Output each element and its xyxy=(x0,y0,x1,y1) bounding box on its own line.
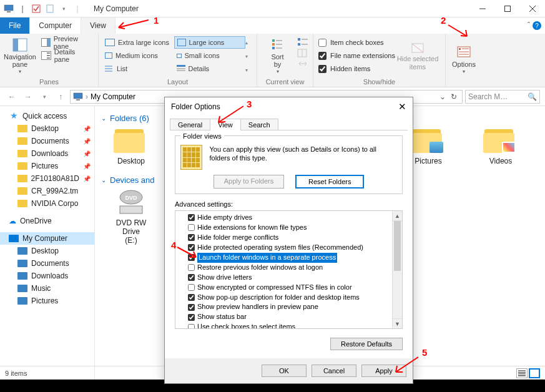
view-mode-icons[interactable] xyxy=(516,368,540,378)
adv-setting-item[interactable]: Hide empty drives xyxy=(175,213,402,223)
adv-setting-item[interactable]: Show preview handlers in preview pane xyxy=(175,302,402,312)
sidebar-item[interactable]: Downloads📌 xyxy=(0,147,94,160)
adv-setting-item[interactable]: Hide extensions for known file types xyxy=(175,223,402,233)
layout-details[interactable]: Details xyxy=(174,62,246,75)
sidebar-item[interactable]: NVIDIA Corpo xyxy=(0,197,94,210)
breadcrumb[interactable]: My Computer xyxy=(91,92,135,101)
add-columns-icon[interactable] xyxy=(297,48,309,58)
dialog-tab-search[interactable]: Search xyxy=(240,119,278,130)
dialog-close-button[interactable]: ✕ xyxy=(398,101,406,112)
layout-medium[interactable]: Medium icons xyxy=(102,49,174,62)
up-button[interactable]: ↑ xyxy=(54,90,67,104)
refresh-button[interactable]: ↻ xyxy=(448,92,459,101)
folder-icon xyxy=(17,137,27,145)
folder-views-desc: You can apply this view (such as Details… xyxy=(210,145,398,163)
layout-small[interactable]: Small icons xyxy=(174,49,246,62)
sidebar-my-computer[interactable]: My Computer xyxy=(0,232,94,245)
forward-button[interactable]: → xyxy=(21,90,35,104)
svg-rect-15 xyxy=(47,57,50,59)
tab-view[interactable]: View xyxy=(81,17,115,34)
details-pane-button[interactable]: Details pane xyxy=(39,49,94,62)
pin-icon: 📌 xyxy=(83,125,91,132)
adv-setting-item[interactable]: Show pop-up description for folder and d… xyxy=(175,293,402,303)
sidebar-item[interactable]: 2F10180A81D📌 xyxy=(0,172,94,185)
hidden-items[interactable]: Hidden items xyxy=(317,62,396,75)
sidebar-item[interactable]: Documents📌 xyxy=(0,135,94,147)
navigation-pane-button[interactable]: Navigation pane ▾ xyxy=(4,36,36,77)
sidebar-item[interactable]: Desktop xyxy=(0,245,94,257)
adv-setting-item[interactable]: Use check boxes to select items xyxy=(175,322,402,329)
sidebar-item[interactable]: Pictures📌 xyxy=(0,160,94,172)
list-icon xyxy=(105,65,114,72)
size-columns-icon[interactable] xyxy=(297,59,309,69)
ok-button[interactable]: OK xyxy=(262,365,307,377)
address-dropdown[interactable]: ⌄ xyxy=(439,92,446,101)
pin-icon: 📌 xyxy=(83,163,91,170)
adv-setting-item[interactable]: Hide folder merge conflicts xyxy=(175,233,402,243)
adv-setting-item[interactable]: Show drive letters xyxy=(175,273,402,283)
sidebar-item[interactable]: Desktop📌 xyxy=(0,122,94,135)
minimize-button[interactable] xyxy=(470,0,495,17)
sidebar-item[interactable]: Pictures xyxy=(0,295,94,307)
sort-by-button[interactable]: Sort by▾ xyxy=(262,36,294,77)
restore-defaults-button[interactable]: Restore Defaults xyxy=(330,338,403,350)
adv-setting-item[interactable]: Launch folder windows in a separate proc… xyxy=(175,253,402,263)
device-dvd[interactable]: DVD DVD RW Drive (E:) xyxy=(107,190,155,245)
options-button[interactable]: Options▾ xyxy=(449,36,478,84)
sidebar-item[interactable]: CR_999A2.tm xyxy=(0,185,94,197)
dialog-tab-view[interactable]: View xyxy=(210,119,241,130)
cancel-button[interactable]: Cancel xyxy=(312,365,356,377)
reset-folders-button[interactable]: Reset Folders xyxy=(295,175,364,189)
back-button[interactable]: ← xyxy=(5,90,19,104)
scrollbar[interactable]: ▲▼ xyxy=(392,211,402,328)
maximize-button[interactable] xyxy=(495,0,520,17)
dialog-tab-general[interactable]: General xyxy=(170,119,210,130)
ribbon-group-showhide: Show/hide xyxy=(317,77,441,87)
tab-file[interactable]: File xyxy=(0,17,30,34)
group-icon[interactable] xyxy=(297,37,309,47)
sidebar-item[interactable]: Music xyxy=(0,282,94,295)
folder-videos[interactable]: Videos xyxy=(477,128,524,165)
large-icons-view-icon[interactable] xyxy=(529,368,540,378)
details-view-icon[interactable] xyxy=(516,368,528,378)
svg-rect-19 xyxy=(177,65,185,67)
adv-setting-item[interactable]: Show encrypted or compressed NTFS files … xyxy=(175,283,402,293)
sidebar-quick-access[interactable]: ★Quick access xyxy=(0,110,94,122)
advanced-settings-list[interactable]: Hide empty drivesHide extensions for kno… xyxy=(175,210,403,329)
layout-extra-large[interactable]: Extra large icons xyxy=(102,36,174,49)
chevron-down-icon: ▾ xyxy=(19,69,21,75)
star-icon: ★ xyxy=(9,112,19,120)
layout-large[interactable]: Large icons xyxy=(174,36,246,49)
dialog-footer: OK Cancel Apply xyxy=(165,358,413,383)
folder-desktop[interactable]: Desktop xyxy=(107,128,155,165)
adv-setting-item[interactable]: Show status bar xyxy=(175,312,402,322)
tab-computer[interactable]: Computer xyxy=(30,17,81,34)
svg-rect-28 xyxy=(298,38,300,41)
sidebar-onedrive[interactable]: ☁OneDrive xyxy=(0,215,94,227)
folder-icon xyxy=(114,128,149,154)
sidebar-item[interactable]: Documents xyxy=(0,257,94,270)
scroll-down-icon[interactable]: ▼ xyxy=(393,318,402,328)
help-icon[interactable]: ? xyxy=(533,21,541,30)
preview-pane-button[interactable]: Preview pane xyxy=(39,36,94,49)
layout-list[interactable]: List xyxy=(102,62,174,75)
folder-icon xyxy=(17,175,27,182)
apply-button[interactable]: Apply xyxy=(361,365,406,377)
status-text: 9 items xyxy=(5,370,27,377)
close-button[interactable] xyxy=(520,0,545,17)
file-name-extensions[interactable]: File name extensions xyxy=(317,49,396,62)
ribbon-collapse[interactable]: ˆ? xyxy=(524,17,545,34)
layout-scroller[interactable]: ▴▾▾ xyxy=(245,36,253,77)
preview-pane-icon xyxy=(41,38,51,47)
recent-dropdown[interactable]: ▾ xyxy=(37,90,51,104)
qat-dropdown-icon[interactable]: ▾ xyxy=(59,4,69,14)
scroll-up-icon[interactable]: ▲ xyxy=(393,211,402,221)
item-check-boxes[interactable]: Item check boxes xyxy=(317,36,396,49)
checkbox-icon[interactable] xyxy=(31,4,41,14)
scroll-thumb[interactable] xyxy=(394,221,401,271)
search-input[interactable]: Search M…🔍 xyxy=(465,90,540,104)
adv-setting-item[interactable]: Hide protected operating system files (R… xyxy=(175,243,402,253)
sidebar-item[interactable]: Downloads xyxy=(0,270,94,282)
page-icon[interactable] xyxy=(45,4,55,14)
adv-setting-item[interactable]: Restore previous folder windows at logon xyxy=(175,263,402,273)
